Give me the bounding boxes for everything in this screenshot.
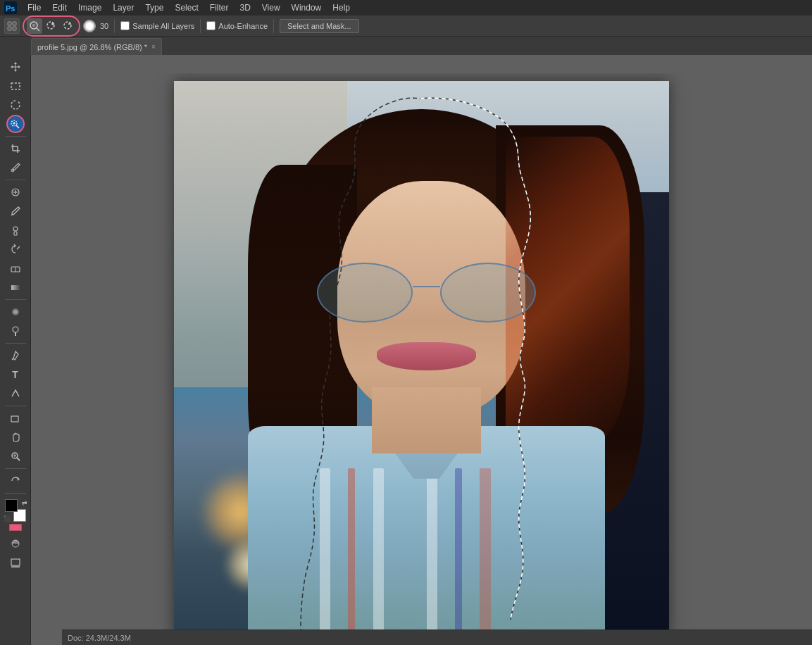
auto-enhance-checkbox[interactable] (206, 21, 216, 30)
menu-image[interactable]: Image (73, 1, 106, 14)
tab-bar: profile 5.jpg @ 26.8% (RGB/8) * × (31, 37, 812, 55)
svg-rect-3 (13, 22, 16, 25)
tool-hand[interactable] (6, 428, 25, 446)
svg-point-34 (13, 310, 18, 314)
svg-rect-29 (14, 232, 17, 235)
left-tools-panel: T (0, 55, 31, 645)
app-logo: Ps (3, 0, 18, 15)
tool-clone[interactable] (6, 221, 25, 239)
subtract-selection-tool-btn[interactable] (61, 18, 76, 34)
canvas-container (31, 73, 812, 645)
photo-canvas[interactable] (174, 81, 669, 637)
tool-lasso[interactable] (6, 96, 25, 114)
svg-rect-2 (8, 22, 11, 25)
tool-move[interactable] (6, 58, 25, 76)
tool-history-brush[interactable] (6, 240, 25, 258)
tool-separator-1 (5, 136, 26, 137)
select-and-mask-button[interactable]: Select and Mask... (280, 19, 359, 33)
tool-quick-mask[interactable] (6, 534, 25, 553)
tool-eyedropper[interactable] (6, 158, 25, 177)
quick-selection-tool-btn[interactable] (27, 18, 42, 34)
canvas-area: Doc: 24.3M/24.3M (31, 55, 812, 645)
menu-3d[interactable]: 3D (235, 1, 255, 14)
tool-pen[interactable] (6, 346, 25, 365)
svg-rect-38 (11, 416, 18, 422)
portrait-neck (372, 387, 481, 454)
tool-separator-6 (5, 468, 26, 469)
toolbar-divider-3 (273, 19, 274, 33)
document-tab-close[interactable]: × (151, 43, 156, 51)
svg-line-7 (37, 28, 39, 31)
menu-select[interactable]: Select (170, 1, 203, 14)
tool-screen-mode[interactable] (6, 553, 25, 572)
tool-separator-4 (5, 343, 26, 344)
menu-layer[interactable]: Layer (108, 1, 139, 14)
tool-separator-5 (5, 406, 26, 406)
menu-view[interactable]: View (257, 1, 285, 14)
portrait-glasses (313, 259, 540, 326)
document-tab[interactable]: profile 5.jpg @ 26.8% (RGB/8) * × (31, 38, 162, 55)
auto-enhance-label[interactable]: Auto-Enhance (206, 21, 268, 30)
tool-separator-2 (5, 180, 26, 180)
svg-rect-4 (8, 27, 11, 30)
tool-marquee[interactable] (6, 77, 25, 95)
add-selection-tool-btn[interactable] (44, 18, 59, 34)
foreground-color-swatch[interactable] (5, 499, 18, 512)
tool-quick-selection[interactable] (6, 115, 25, 133)
menu-filter[interactable]: Filter (205, 1, 234, 14)
selection-tool-group (23, 15, 80, 37)
svg-text:Ps: Ps (6, 4, 15, 13)
tool-preset-picker[interactable] (4, 18, 20, 34)
toolbar-divider-1 (114, 19, 115, 33)
tool-blur[interactable] (6, 303, 25, 321)
status-bar: Doc: 24.3M/24.3M (62, 630, 812, 645)
svg-rect-5 (13, 27, 16, 30)
tool-brush[interactable] (6, 202, 25, 220)
svg-line-17 (16, 125, 19, 128)
sample-all-layers-label[interactable]: Sample All Layers (120, 21, 194, 30)
portrait-lips (377, 342, 476, 370)
menu-edit[interactable]: Edit (47, 1, 72, 14)
svg-point-13 (64, 22, 71, 29)
svg-point-35 (13, 327, 18, 332)
tool-eraser[interactable] (6, 259, 25, 277)
svg-point-28 (13, 227, 18, 231)
menu-file[interactable]: File (23, 1, 46, 14)
menu-type[interactable]: Type (140, 1, 168, 14)
options-toolbar: 30 Sample All Layers Auto-Enhance Select… (0, 15, 812, 37)
svg-line-37 (12, 358, 13, 360)
tool-gradient[interactable] (6, 278, 25, 296)
tool-separator-3 (5, 299, 26, 300)
svg-rect-32 (11, 285, 20, 290)
tool-crop[interactable] (6, 139, 25, 158)
svg-rect-44 (11, 559, 20, 565)
sample-all-layers-checkbox[interactable] (120, 21, 130, 30)
tool-separator-7 (5, 493, 26, 494)
doc-size: Doc: 24.3M/24.3M (68, 634, 131, 642)
document-tab-title: profile 5.jpg @ 26.8% (RGB/8) * (37, 43, 147, 51)
switch-colors-icon[interactable]: ⇄ (22, 499, 27, 506)
svg-rect-15 (11, 83, 20, 89)
brush-preview[interactable] (83, 20, 96, 32)
tool-zoom[interactable] (6, 447, 25, 465)
mask-color-indicator (9, 524, 22, 531)
tool-rotate[interactable] (6, 472, 25, 490)
color-swatches[interactable]: ⇄ ⬛ (4, 499, 27, 522)
tool-shape[interactable] (6, 409, 25, 427)
svg-line-40 (17, 458, 20, 461)
tool-healing[interactable] (6, 183, 25, 201)
menu-help[interactable]: Help (327, 1, 355, 14)
menu-bar: Ps File Edit Image Layer Type Select Fil… (0, 0, 812, 15)
portrait-shirt (248, 426, 604, 637)
tool-dodge[interactable] (6, 322, 25, 340)
toolbar-divider-2 (200, 19, 201, 33)
menu-window[interactable]: Window (287, 1, 327, 14)
tool-path-selection[interactable] (6, 384, 25, 403)
reset-colors-icon[interactable]: ⬛ (4, 515, 11, 522)
tool-text[interactable]: T (6, 365, 25, 384)
brush-size-label: 30 (100, 22, 108, 30)
